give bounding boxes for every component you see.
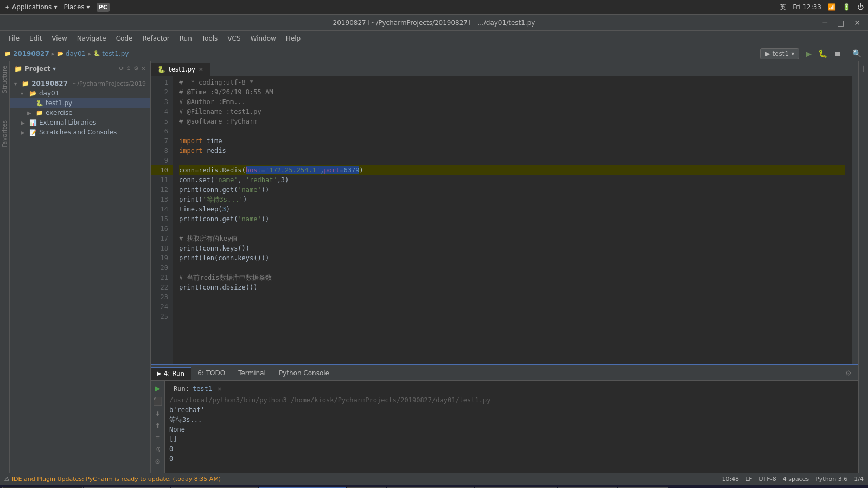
status-line-sep[interactable]: LF <box>745 476 752 483</box>
code-line-18: print(conn.keys()) <box>179 243 845 253</box>
code-line-13: print('等待3s...') <box>179 195 845 204</box>
run-output-redhat: b'redhat' <box>169 405 854 415</box>
apps-icon: ⊞ <box>4 3 10 11</box>
menu-navigate[interactable]: Navigate <box>73 33 111 44</box>
status-line-col[interactable]: 10:48 <box>722 476 739 483</box>
tab-close-btn[interactable]: ✕ <box>199 67 203 73</box>
exercise-label: exercise <box>46 109 73 117</box>
menu-edit[interactable]: Edit <box>25 33 46 44</box>
scroll-up-btn[interactable]: ⬆ <box>154 421 161 431</box>
menu-file[interactable]: File <box>4 33 24 44</box>
minimize-button[interactable]: ─ <box>820 17 831 28</box>
pycharm-icon[interactable]: PC <box>97 3 110 12</box>
apps-menu[interactable]: ⊞ Applications ▾ <box>4 3 57 11</box>
code-line-2: # @Time :9/26/19 8:55 AM <box>179 87 845 97</box>
run-header: Run: test1 ✕ <box>169 383 854 395</box>
menu-window[interactable]: Window <box>246 33 280 44</box>
scroll-to-end-btn[interactable]: ⬇ <box>154 409 161 419</box>
code-line-15: print(conn.get('name')) <box>179 214 845 224</box>
menu-vcs[interactable]: VCS <box>223 33 245 44</box>
status-python[interactable]: Python 3.6 <box>815 476 847 483</box>
extlibs-label: External Libraries <box>39 119 96 126</box>
code-line-19: print(len(conn.keys())) <box>179 253 845 263</box>
places-arrow: ▾ <box>87 3 90 11</box>
soft-wrap-btn[interactable]: ≡ <box>154 433 161 442</box>
run-output-blank <box>169 464 854 473</box>
tab-todo[interactable]: 6: TODO <box>191 367 232 379</box>
status-page[interactable]: 1/4 <box>854 476 864 483</box>
code-line-20 <box>179 263 845 273</box>
tree-item-root[interactable]: ▾ 📁 20190827 ~/PycharmProjects/2019 <box>10 79 150 88</box>
bottom-settings-btn[interactable]: ⚙ <box>843 368 854 378</box>
maximize-button[interactable]: □ <box>834 17 847 28</box>
root-folder-icon: 📁 <box>22 80 29 87</box>
tab-file-icon: 🐍 <box>157 66 165 73</box>
run-output-zero1: 0 <box>169 444 854 454</box>
code-line-6 <box>179 126 845 136</box>
window-controls: ─ □ ✕ <box>820 17 864 28</box>
status-warning-text[interactable]: IDE and Plugin Updates: PyCharm is ready… <box>12 476 221 483</box>
debug-button[interactable]: 🐛 <box>816 48 829 59</box>
status-indent[interactable]: 4 spaces <box>783 476 809 483</box>
code-line-7: import time <box>179 136 845 146</box>
tree-item-exercise[interactable]: ▶ 📁 exercise <box>10 108 150 118</box>
breadcrumb-project[interactable]: 20190827 <box>13 50 49 57</box>
code-line-9 <box>179 156 845 165</box>
lang-indicator[interactable]: 英 <box>780 3 786 12</box>
run-config-selector[interactable]: ▶ test1 ▾ <box>760 48 799 59</box>
tree-item-scratches[interactable]: ▶ 📝 Scratches and Consoles <box>10 127 150 137</box>
run-button[interactable]: ▶ <box>803 48 814 59</box>
panel-sort-btn[interactable]: ↕ <box>126 65 131 72</box>
project-icon-small: 📁 <box>14 65 22 73</box>
editor-tabs: 🐍 test1.py ✕ <box>151 61 858 76</box>
clear-btn[interactable]: ⊗ <box>154 457 161 466</box>
breadcrumb-folder[interactable]: day01 <box>66 50 86 57</box>
status-encoding[interactable]: UTF-8 <box>759 476 776 483</box>
tab-terminal[interactable]: Terminal <box>232 367 272 379</box>
code-content[interactable]: # _*_coding:utf-8_*_ # @Time :9/26/19 8:… <box>173 76 852 364</box>
stop-button[interactable]: ⏹ <box>832 48 844 59</box>
editor-tab-test1py[interactable]: 🐍 test1.py ✕ <box>151 63 210 76</box>
places-menu[interactable]: Places ▾ <box>63 3 90 11</box>
breadcrumb-file[interactable]: test1.py <box>102 50 129 57</box>
menu-help[interactable]: Help <box>282 33 305 44</box>
run-output-content: Run: test1 ✕ /usr/local/python3/bin/pyth… <box>165 381 858 473</box>
code-line-14: time.sleep(3) <box>179 204 845 214</box>
test1py-file-icon: 🐍 <box>36 100 43 107</box>
battery-icon: 🔋 <box>843 3 851 11</box>
search-button[interactable]: 🔍 <box>850 48 864 59</box>
panel-hide-btn[interactable]: ✕ <box>141 65 146 72</box>
day01-expand-icon: ▾ <box>21 91 27 97</box>
project-tree: ▾ 📁 20190827 ~/PycharmProjects/2019 ▾ 📂 … <box>10 76 150 473</box>
tree-item-ext-libs[interactable]: ▶ 📊 External Libraries <box>10 118 150 127</box>
rerun-btn[interactable]: ▶ <box>154 383 162 394</box>
menu-tools[interactable]: Tools <box>197 33 222 44</box>
run-close-btn[interactable]: ✕ <box>218 385 221 393</box>
breadcrumb-sep-1: ▸ <box>52 50 55 57</box>
tree-item-day01[interactable]: ▾ 📂 day01 <box>10 88 150 98</box>
menu-refactor[interactable]: Refactor <box>138 33 174 44</box>
tab-python-console[interactable]: Python Console <box>272 367 336 379</box>
run-tab-label: 4: Run <box>164 370 185 377</box>
status-left: ⚠ IDE and Plugin Updates: PyCharm is rea… <box>4 476 221 483</box>
sidebar-structure-label[interactable]: Structure <box>0 63 9 95</box>
system-time: Fri 12:33 <box>793 3 821 11</box>
menu-code[interactable]: Code <box>112 33 137 44</box>
editor-area: 🐍 test1.py ✕ 12345 6789 10 1112131415 16… <box>151 61 858 364</box>
run-output-zero2: 0 <box>169 454 854 464</box>
close-button[interactable]: ✕ <box>851 17 864 28</box>
menu-run[interactable]: Run <box>175 33 196 44</box>
left-sidebar: Structure Favorites <box>0 61 10 473</box>
code-editor: 12345 6789 10 1112131415 1617181920 2122… <box>151 76 858 364</box>
tree-item-test1py[interactable]: 🐍 test1.py <box>10 98 150 108</box>
menu-view[interactable]: View <box>47 33 71 44</box>
print-btn[interactable]: 🖨 <box>154 445 162 454</box>
sidebar-favorites-label[interactable]: Favorites <box>0 118 9 150</box>
run-stop-btn[interactable]: ⬛ <box>152 396 163 407</box>
panel-settings-btn[interactable]: ⚙ <box>133 65 139 72</box>
folder-icon: 📂 <box>57 50 63 56</box>
panel-sync-btn[interactable]: ⟳ <box>119 65 124 72</box>
tab-run[interactable]: ▶ 4: Run <box>151 367 191 380</box>
title-bar: 20190827 [~/PycharmProjects/20190827] – … <box>0 15 868 31</box>
panel-dropdown-arrow[interactable]: ▾ <box>53 65 56 73</box>
